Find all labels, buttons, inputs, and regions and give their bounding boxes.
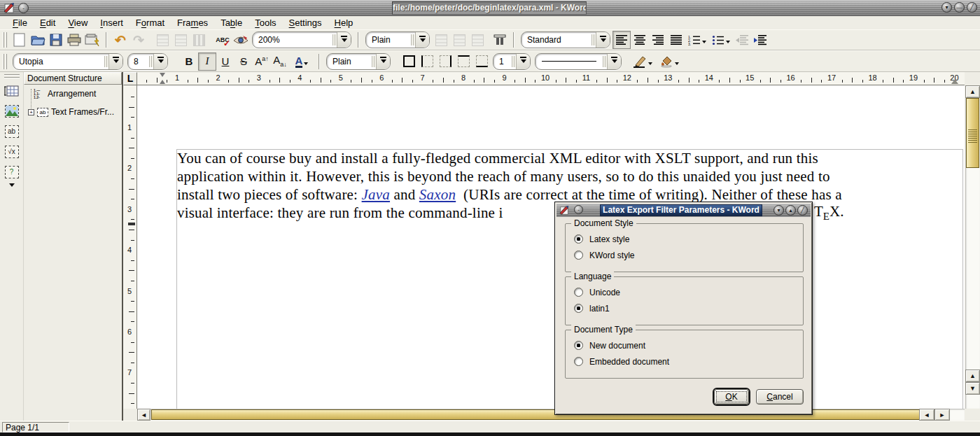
menu-file[interactable]: File bbox=[7, 17, 33, 29]
dialog-titlebar[interactable]: - Latex Export Filter Parameters - KWord… bbox=[556, 204, 811, 217]
font-color-button[interactable]: A bbox=[289, 52, 314, 71]
insert-picture-button[interactable] bbox=[2, 101, 22, 120]
radio-option-unicode[interactable]: Unicode bbox=[574, 284, 803, 300]
align-justify-button[interactable] bbox=[667, 31, 685, 49]
bullet-list-button[interactable] bbox=[709, 31, 733, 49]
border-left-button[interactable] bbox=[418, 52, 436, 71]
toolbar-handle[interactable] bbox=[3, 54, 8, 69]
vertical-ruler[interactable]: 12345678 bbox=[123, 85, 137, 409]
maximize-button[interactable]: ▴ bbox=[785, 205, 796, 216]
paste-frame-button[interactable] bbox=[190, 31, 208, 49]
insert-text-frame-button[interactable]: ab bbox=[2, 122, 22, 141]
print-preview-button[interactable] bbox=[83, 31, 102, 49]
combo-arrow-icon[interactable] bbox=[607, 54, 621, 69]
decrease-indent-button[interactable] bbox=[733, 31, 751, 49]
tree-item-text-frames[interactable]: + ab Text Frames/Fr... bbox=[28, 107, 114, 117]
menu-frames[interactable]: Frames bbox=[172, 17, 214, 29]
radio-unselected-icon[interactable] bbox=[574, 288, 583, 297]
minimize-button[interactable]: — bbox=[954, 2, 965, 13]
border-style-combobox[interactable] bbox=[535, 53, 622, 70]
close-button[interactable]: ╱ bbox=[967, 2, 977, 13]
combo-arrow-icon[interactable] bbox=[415, 32, 429, 48]
cut-frame-button[interactable] bbox=[153, 31, 172, 49]
menu-settings[interactable]: Settings bbox=[284, 17, 328, 29]
undo-button[interactable]: ↶ bbox=[111, 31, 130, 49]
combo-arrow-icon[interactable] bbox=[376, 54, 390, 69]
horizontal-scrollbar[interactable] bbox=[137, 409, 965, 421]
ok-button[interactable]: OK bbox=[714, 389, 749, 405]
scroll-left-button[interactable]: ◄ bbox=[137, 409, 150, 421]
tree-item-arrangement[interactable]: 1.—1.1-1.2- Arrangement bbox=[34, 89, 96, 99]
radio-option-kword-style[interactable]: KWord style bbox=[574, 247, 803, 263]
radio-selected-icon[interactable] bbox=[574, 234, 583, 244]
radio-option-latex-style[interactable]: Latex style bbox=[574, 231, 803, 247]
text-style-combobox[interactable]: Plain bbox=[365, 31, 430, 48]
border-right-button[interactable] bbox=[436, 52, 454, 71]
window-titlebar[interactable]: - file:/home/peter/doc/beginlatex/para.x… bbox=[0, 0, 980, 16]
formatting-view-button[interactable] bbox=[232, 31, 250, 49]
menu-edit[interactable]: Edit bbox=[34, 17, 61, 29]
increase-indent-button[interactable] bbox=[751, 31, 769, 49]
zoom-combobox[interactable]: 200% bbox=[252, 31, 351, 48]
border-color-button[interactable] bbox=[629, 52, 656, 71]
numbered-list-button[interactable]: 1.2.3. bbox=[685, 31, 709, 49]
bullet-list-dropdown-icon[interactable] bbox=[726, 41, 730, 45]
combo-arrow-icon[interactable] bbox=[108, 54, 122, 69]
combo-arrow-icon[interactable] bbox=[596, 32, 610, 48]
menu-format[interactable]: Format bbox=[130, 17, 170, 29]
cancel-button[interactable]: Cancel bbox=[756, 389, 804, 405]
scroll-up-button-2[interactable]: ▲ bbox=[965, 370, 980, 382]
background-color-dropdown-icon[interactable] bbox=[675, 62, 679, 67]
combo-arrow-icon[interactable] bbox=[337, 32, 351, 48]
scroll-left-button-2[interactable]: ◄ bbox=[919, 409, 934, 421]
scroll-down-button[interactable]: ▼ bbox=[965, 382, 980, 395]
bold-button[interactable]: B bbox=[180, 52, 198, 71]
close-button[interactable]: ╱ bbox=[797, 205, 808, 216]
border-width-combobox[interactable]: 1 bbox=[493, 53, 531, 70]
toolbar-handle[interactable] bbox=[4, 73, 20, 78]
menu-help[interactable]: Help bbox=[329, 17, 359, 29]
paragraph-style-combobox[interactable]: Standard bbox=[521, 31, 610, 48]
menu-table[interactable]: Table bbox=[215, 17, 248, 29]
endnote-button[interactable] bbox=[450, 31, 468, 49]
menu-view[interactable]: View bbox=[62, 17, 93, 29]
scroll-right-button[interactable]: ► bbox=[934, 409, 950, 421]
print-button[interactable] bbox=[65, 31, 83, 49]
italic-button[interactable]: I bbox=[198, 52, 216, 71]
horizontal-ruler[interactable]: 1234567891011121314151617181920 bbox=[137, 72, 965, 85]
border-all-button[interactable] bbox=[400, 52, 418, 71]
radio-unselected-icon[interactable] bbox=[574, 251, 583, 260]
radio-unselected-icon[interactable] bbox=[574, 357, 583, 366]
tree-expander-icon[interactable]: + bbox=[28, 109, 34, 115]
shade-button[interactable]: ▾ bbox=[774, 205, 784, 216]
scroll-up-button[interactable]: ▲ bbox=[965, 85, 980, 98]
vertical-scrollbar-thumb[interactable] bbox=[966, 98, 979, 168]
menu-tools[interactable]: Tools bbox=[249, 17, 281, 29]
shade-button[interactable]: ▾ bbox=[941, 2, 952, 13]
superscript-button[interactable]: Aa↑ bbox=[253, 52, 271, 71]
frame-style-combobox[interactable]: Plain bbox=[326, 53, 391, 70]
radio-option-latin1[interactable]: latin1 bbox=[574, 300, 803, 316]
sticky-button[interactable]: - bbox=[18, 3, 29, 13]
footnote-button[interactable] bbox=[432, 31, 450, 49]
radio-option-embedded-document[interactable]: Embedded document bbox=[574, 353, 803, 370]
menu-insert[interactable]: Insert bbox=[94, 17, 129, 29]
border-color-dropdown-icon[interactable] bbox=[648, 62, 652, 67]
document-viewport[interactable]: You can of course buy and install a full… bbox=[137, 85, 965, 409]
border-bottom-button[interactable] bbox=[472, 52, 491, 71]
combo-arrow-icon[interactable] bbox=[153, 54, 167, 69]
vertical-scrollbar[interactable] bbox=[965, 85, 980, 409]
radio-selected-icon[interactable] bbox=[574, 341, 583, 350]
combo-arrow-icon[interactable] bbox=[516, 54, 530, 69]
subscript-button[interactable]: Aa↓ bbox=[271, 52, 289, 71]
background-color-button[interactable] bbox=[656, 52, 682, 71]
underline-button[interactable]: U bbox=[216, 52, 234, 71]
font-combobox[interactable]: Utopia bbox=[13, 53, 123, 70]
left-indent-marker[interactable] bbox=[160, 76, 165, 84]
hyperlink-java[interactable]: Java bbox=[362, 186, 390, 203]
document-structure-header[interactable]: Document Structure bbox=[24, 72, 122, 85]
font-color-dropdown-icon[interactable] bbox=[304, 62, 308, 67]
align-left-button[interactable] bbox=[612, 31, 631, 49]
hyperlink-saxon[interactable]: Saxon bbox=[419, 186, 456, 203]
redo-button[interactable]: ↷ bbox=[130, 31, 148, 49]
